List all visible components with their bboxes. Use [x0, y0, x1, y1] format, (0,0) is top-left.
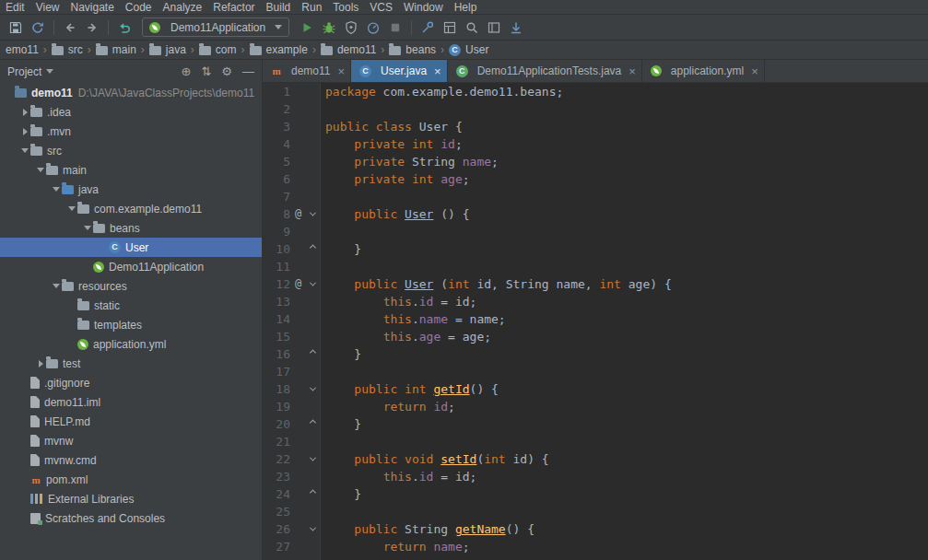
tree-item-java[interactable]: java	[0, 180, 262, 199]
fold-marker-icon[interactable]	[306, 205, 320, 223]
tree-expand-icon[interactable]	[82, 226, 93, 230]
code-line[interactable]: 1package com.example.demo11.beans;	[263, 83, 928, 100]
fold-marker-icon[interactable]	[306, 520, 320, 538]
code-line[interactable]: 18 public int getId() {	[263, 380, 928, 398]
close-icon[interactable]: ×	[626, 64, 636, 78]
expand-collapse-icon[interactable]: ⇅	[201, 65, 211, 77]
menu-build[interactable]: Build	[261, 1, 297, 14]
menu-window[interactable]: Window	[398, 1, 449, 14]
code-line[interactable]: 2	[263, 100, 928, 118]
fold-marker-icon[interactable]	[306, 240, 320, 258]
fold-marker-icon[interactable]	[306, 345, 320, 363]
update-button[interactable]	[505, 18, 527, 38]
tree-expand-icon[interactable]	[35, 360, 46, 368]
tree-item-src[interactable]: src	[0, 141, 262, 160]
code-line[interactable]: 12@ public User (int id, String name, in…	[263, 275, 928, 293]
code-line[interactable]: 9	[263, 223, 928, 240]
tab-application-yml[interactable]: application.yml×	[642, 60, 765, 82]
code-line[interactable]: 3public class User {	[263, 118, 928, 135]
back-button[interactable]	[59, 18, 81, 38]
close-icon[interactable]: ×	[431, 64, 441, 78]
tree-item-static[interactable]: static	[0, 296, 262, 315]
tree-expand-icon[interactable]	[51, 187, 62, 192]
tree-item-demo11[interactable]: demo11D:\JAVA\JavaClassProjects\demo11	[0, 83, 262, 102]
tree-item-help-md[interactable]: HELP.md	[0, 412, 262, 431]
menu-view[interactable]: View	[30, 1, 65, 14]
tree-expand-icon[interactable]	[66, 206, 77, 211]
breadcrumb-src[interactable]: src	[49, 43, 86, 56]
code-line[interactable]: 27 return name;	[263, 538, 928, 555]
code-line[interactable]: 16 }	[263, 345, 928, 363]
stop-button[interactable]	[384, 18, 406, 38]
tree-expand-icon[interactable]	[51, 284, 62, 288]
code-line[interactable]: 10 }	[263, 240, 928, 258]
code-line[interactable]: 13 this.id = id;	[263, 293, 928, 310]
code-line[interactable]: 5 private String name;	[263, 153, 928, 170]
project-view-selector[interactable]: Project	[7, 65, 53, 78]
tree-item-demo11-iml[interactable]: demo11.iml	[0, 392, 262, 412]
breadcrumb-user[interactable]: CUser	[446, 43, 491, 56]
tree-expand-icon[interactable]	[35, 168, 46, 172]
menu-run[interactable]: Run	[296, 1, 327, 14]
menu-navigate[interactable]: Navigate	[65, 1, 119, 14]
tree-item-demo11application[interactable]: Demo11Application	[0, 257, 262, 276]
breadcrumb-com[interactable]: com	[196, 43, 240, 56]
breadcrumb-main[interactable]: main	[93, 43, 139, 56]
tab-demo11[interactable]: mdemo11×	[263, 60, 351, 82]
fold-marker-icon[interactable]	[306, 415, 320, 433]
settings-icon[interactable]: ⚙	[221, 65, 232, 77]
tree-item-templates[interactable]: templates	[0, 315, 262, 334]
tree-item-user[interactable]: CUser	[0, 238, 262, 257]
tree-item-mvnw[interactable]: mvnw	[0, 431, 262, 450]
code-line[interactable]: 25	[263, 503, 928, 520]
tree-item-scratches-and-consoles[interactable]: Scratches and Consoles	[0, 508, 262, 528]
profiler-button[interactable]	[362, 18, 384, 38]
breadcrumb-example[interactable]: example	[247, 43, 311, 56]
synchronize-button[interactable]	[27, 18, 49, 38]
tab-demo11applicationtests-java[interactable]: CDemo11ApplicationTests.java×	[448, 60, 642, 82]
tree-item-external-libraries[interactable]: External Libraries	[0, 489, 262, 508]
close-icon[interactable]: ×	[748, 64, 758, 78]
tab-user-java[interactable]: CUser.java×	[351, 60, 448, 82]
run-button[interactable]	[296, 18, 318, 38]
debug-button[interactable]	[318, 18, 340, 38]
menu-refactor[interactable]: Refactor	[207, 1, 260, 14]
menu-tools[interactable]: Tools	[327, 1, 364, 14]
code-line[interactable]: 8@ public User () {	[263, 205, 928, 223]
search-button[interactable]	[461, 18, 483, 38]
tree-item-mvnw-cmd[interactable]: mvnw.cmd	[0, 450, 262, 470]
tools-button[interactable]	[417, 18, 439, 38]
close-icon[interactable]: ×	[335, 64, 345, 78]
code-line[interactable]: 26 public String getName() {	[263, 520, 928, 538]
tree-expand-icon[interactable]	[19, 128, 30, 135]
code-line[interactable]: 15 this.age = age;	[263, 328, 928, 345]
breadcrumb-demo11[interactable]: demo11	[318, 43, 379, 56]
tree-item-test[interactable]: test	[0, 354, 262, 373]
tree-item-resources[interactable]: resources	[0, 276, 262, 296]
tree-item-com-example-demo11[interactable]: com.example.demo11	[0, 199, 262, 218]
save-button[interactable]	[5, 18, 27, 38]
code-editor[interactable]: 1package com.example.demo11.beans;23publ…	[263, 83, 928, 560]
tree-item-main[interactable]: main	[0, 160, 262, 180]
tree-expand-icon[interactable]	[19, 148, 30, 153]
code-line[interactable]: 17	[263, 363, 928, 380]
menu-edit[interactable]: Edit	[0, 1, 30, 14]
code-line[interactable]: 6 private int age;	[263, 170, 928, 188]
code-line[interactable]: 4 private int id;	[263, 135, 928, 153]
fold-marker-icon[interactable]	[306, 380, 320, 398]
fold-marker-icon[interactable]	[306, 485, 320, 503]
tree-item-pom-xml[interactable]: mpom.xml	[0, 470, 262, 489]
code-line[interactable]: 14 this.name = name;	[263, 310, 928, 328]
tree-item-idea[interactable]: .idea	[0, 102, 262, 122]
code-line[interactable]: 11	[263, 258, 928, 275]
tree-item-beans[interactable]: beans	[0, 218, 262, 238]
menu-vcs[interactable]: VCS	[364, 1, 398, 14]
code-line[interactable]: 7	[263, 188, 928, 205]
tree-item-mvn[interactable]: .mvn	[0, 122, 262, 141]
code-line[interactable]: 23 this.id = id;	[263, 468, 928, 485]
fold-marker-icon[interactable]	[306, 450, 320, 468]
hide-icon[interactable]: —	[242, 65, 254, 77]
code-line[interactable]: 24 }	[263, 485, 928, 503]
rollback-button[interactable]	[113, 18, 135, 38]
tree-item-application-yml[interactable]: application.yml	[0, 334, 262, 354]
